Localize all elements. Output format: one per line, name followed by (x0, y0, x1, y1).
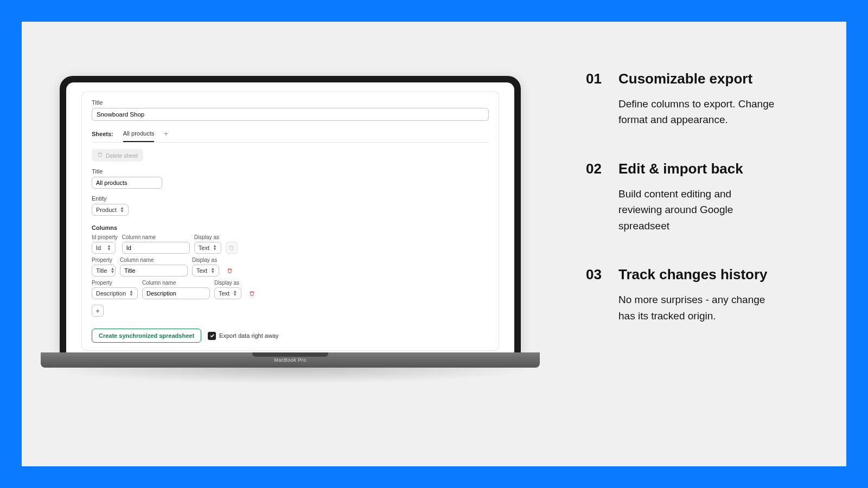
display-as-select-2[interactable]: Text ▲▼ (214, 287, 241, 299)
feature-description: Define columns to export. Change format … (618, 96, 776, 128)
columns-heading: Columns (92, 224, 489, 231)
property-header: Property (92, 280, 138, 286)
feature-number: 02 (586, 160, 607, 234)
column-name-input-0[interactable] (122, 242, 190, 254)
feature-description: No more surprises - any change has its t… (618, 292, 776, 324)
entity-value: Product (96, 207, 117, 213)
display-as-select-0[interactable]: Text ▲▼ (194, 242, 221, 254)
display-as-header: Display as (192, 257, 219, 263)
column-name-input-1[interactable] (120, 265, 188, 277)
export-checkbox-label: Export data right away (219, 332, 278, 339)
trash-icon (97, 152, 103, 159)
add-tab-button[interactable]: + (164, 130, 168, 142)
title-input[interactable] (92, 108, 489, 121)
footer-actions: Create synchronized spreadsheet Export d… (92, 329, 489, 343)
feature-description: Build content editing and reviewing arou… (618, 186, 776, 234)
feature-number: 03 (586, 266, 607, 324)
entity-label: Entity (92, 195, 489, 202)
feature-title: Cusomizable export (618, 70, 776, 87)
laptop-brand: MacBook Pro (274, 357, 307, 363)
select-arrows-icon: ▲▼ (129, 290, 133, 297)
sheets-tabs: Sheets: All products + (92, 130, 489, 143)
column-name-header: Column name (142, 280, 210, 286)
select-arrows-icon: ▲▼ (210, 267, 215, 274)
app-container: Title Sheets: All products + (66, 82, 514, 352)
sheet-title-label: Title (92, 168, 489, 175)
delete-sheet-button[interactable]: Delete sheet (92, 149, 143, 162)
title-label: Title (92, 99, 489, 106)
delete-sheet-label: Delete sheet (106, 152, 138, 159)
feature-number: 01 (586, 70, 607, 128)
delete-column-button-2[interactable] (246, 287, 258, 299)
laptop-shadow (41, 368, 540, 384)
display-as-select-1[interactable]: Text ▲▼ (192, 265, 219, 277)
select-arrows-icon: ▲▼ (110, 267, 114, 274)
sheet-title-input[interactable] (92, 177, 162, 189)
checkbox-icon (208, 332, 216, 340)
canvas: Title Sheets: All products + (22, 22, 846, 466)
select-arrows-icon: ▲▼ (107, 245, 111, 251)
display-as-header: Display as (214, 280, 241, 286)
add-column-button[interactable]: + (92, 305, 104, 317)
entity-select[interactable]: Product ▲▼ (92, 204, 129, 216)
tab-all-products[interactable]: All products (123, 130, 154, 142)
page-frame: Title Sheets: All products + (0, 0, 868, 488)
feature-title: Track changes history (618, 266, 776, 283)
select-arrows-icon: ▲▼ (233, 290, 237, 297)
laptop-screen: Title Sheets: All products + (66, 82, 514, 352)
property-select-0[interactable]: Id ▲▼ (92, 242, 116, 254)
feature-item: 03 Track changes history No more surpris… (586, 266, 776, 324)
column-name-header: Column name (122, 234, 190, 240)
property-select-2[interactable]: Description ▲▼ (92, 287, 138, 299)
column-row: Property Description ▲▼ Column name (92, 280, 489, 299)
display-as-header: Display as (194, 234, 221, 240)
property-select-1[interactable]: Title ▲▼ (92, 265, 116, 277)
laptop-bezel: Title Sheets: All products + (60, 76, 521, 352)
delete-column-button-1[interactable] (224, 265, 235, 277)
column-name-input-2[interactable] (142, 287, 210, 299)
feature-title: Edit & import back (618, 160, 776, 177)
feature-item: 01 Cusomizable export Define columns to … (586, 70, 776, 128)
column-name-header: Column name (120, 257, 188, 263)
delete-column-button-0 (226, 242, 238, 254)
export-checkbox[interactable]: Export data right away (208, 332, 278, 340)
id-property-header: Id property (92, 234, 118, 240)
create-spreadsheet-button[interactable]: Create synchronized spreadsheet (92, 329, 201, 343)
property-header: Property (92, 257, 116, 263)
features-list: 01 Cusomizable export Define columns to … (586, 70, 776, 356)
select-arrows-icon: ▲▼ (213, 245, 217, 251)
column-row: Property Title ▲▼ Column name (92, 257, 489, 277)
laptop-mockup: Title Sheets: All products + (60, 76, 521, 384)
sheets-label: Sheets: (92, 131, 113, 142)
feature-item: 02 Edit & import back Build content edit… (586, 160, 776, 234)
select-arrows-icon: ▲▼ (120, 207, 124, 213)
column-row: Id property Id ▲▼ Column name (92, 234, 489, 254)
laptop-base: MacBook Pro (41, 352, 540, 368)
config-card: Title Sheets: All products + (81, 91, 499, 351)
laptop-notch (252, 352, 328, 357)
